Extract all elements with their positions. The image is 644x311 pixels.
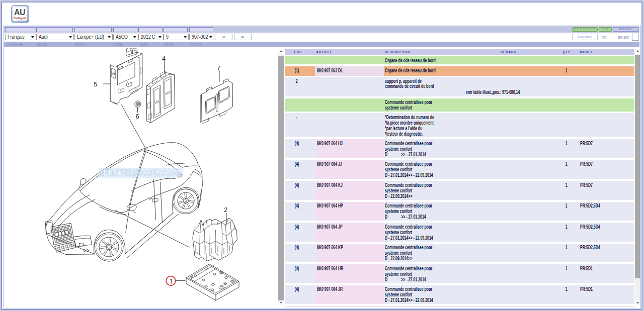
svg-text:7: 7 bbox=[217, 64, 220, 72]
svg-text:1: 1 bbox=[170, 277, 173, 285]
svg-text:6: 6 bbox=[136, 113, 139, 120]
svg-text:5: 5 bbox=[94, 80, 97, 88]
svg-text:4: 4 bbox=[162, 55, 166, 62]
svg-text:2: 2 bbox=[224, 206, 227, 214]
